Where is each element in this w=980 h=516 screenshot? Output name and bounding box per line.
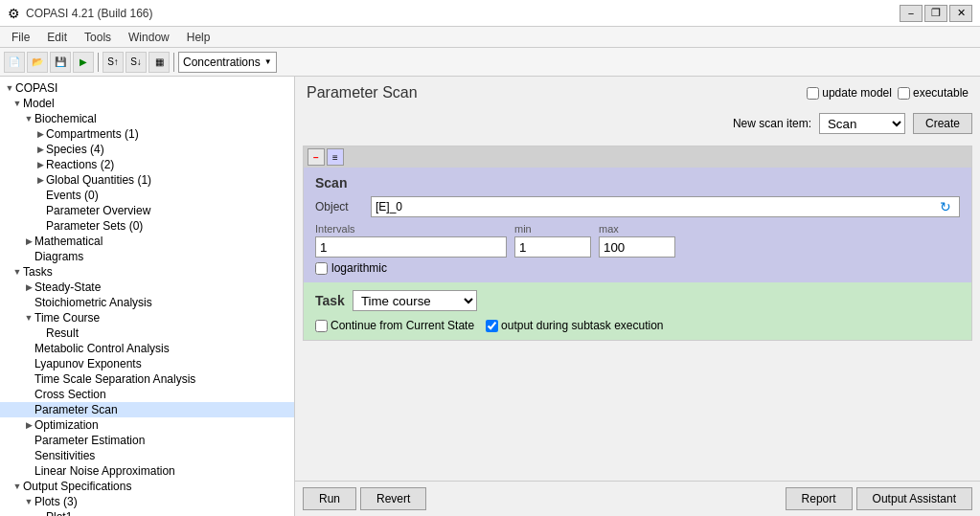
scan-remove-button[interactable]: −: [308, 148, 325, 166]
concentrations-dropdown[interactable]: Concentrations ▼: [178, 52, 277, 73]
menu-file[interactable]: File: [4, 29, 37, 46]
output-during-subtask-checkbox[interactable]: [486, 320, 498, 332]
toolbar-open[interactable]: 📂: [27, 52, 48, 73]
sidebar-item-label: Time Course: [34, 311, 290, 325]
toolbar-s1[interactable]: S↑: [103, 52, 124, 73]
sidebar-item-reactions[interactable]: ▶ Reactions (2): [0, 157, 294, 172]
app-icon: ⚙: [8, 6, 20, 21]
menu-window[interactable]: Window: [121, 29, 177, 46]
menu-bar: File Edit Tools Window Help: [0, 27, 980, 48]
sidebar-item-parameter-sets[interactable]: Parameter Sets (0): [0, 218, 294, 234]
menu-tools[interactable]: Tools: [77, 29, 119, 46]
chevron-down-icon: ▼: [23, 497, 34, 506]
scan-add-button[interactable]: ≡: [327, 148, 344, 166]
max-input[interactable]: [599, 236, 675, 258]
sidebar-item-biochemical[interactable]: ▼ Biochemical: [0, 111, 294, 126]
update-model-checkbox[interactable]: [807, 87, 819, 100]
sidebar-item-time-course[interactable]: ▼ Time Course: [0, 310, 294, 325]
report-button[interactable]: Report: [786, 487, 853, 510]
toolbar-new[interactable]: 📄: [4, 52, 25, 73]
title-bar-left: ⚙ COPASI 4.21 (Build 166): [8, 6, 153, 21]
toolbar-save[interactable]: 💾: [50, 52, 71, 73]
intervals-label: Intervals: [315, 223, 507, 235]
restore-button[interactable]: ❐: [924, 5, 947, 22]
menu-help[interactable]: Help: [179, 29, 218, 46]
sidebar-item-label: Compartments (1): [46, 127, 290, 141]
scan-section-title: Scan: [315, 175, 960, 191]
toolbar-sep2: [173, 53, 174, 72]
chevron-right-icon: ▶: [34, 175, 46, 185]
chevron-right-icon: ▶: [34, 145, 46, 154]
create-button[interactable]: Create: [913, 113, 972, 134]
sidebar-item-label: Output Specifications: [23, 480, 290, 493]
concentrations-label: Concentrations: [183, 56, 261, 69]
sidebar-item-model[interactable]: ▼ Model: [0, 96, 294, 111]
sidebar-item-events[interactable]: Events (0): [0, 188, 294, 203]
object-field[interactable]: [E]_0 ↻: [371, 196, 960, 217]
bottom-bar: Run Revert Report Output Assistant: [295, 481, 980, 516]
chevron-down-icon: ▼: [11, 267, 23, 277]
revert-button[interactable]: Revert: [360, 487, 426, 510]
sidebar-item-label: Plot1: [46, 510, 290, 516]
minimize-button[interactable]: −: [900, 5, 923, 22]
sidebar-item-label: Sensitivities: [34, 449, 290, 462]
chevron-down-icon: ▼: [264, 57, 272, 66]
min-field-group: min: [514, 223, 591, 258]
sidebar-item-plots[interactable]: ▼ Plots (3): [0, 494, 294, 509]
toolbar-run[interactable]: ▶: [73, 52, 94, 73]
intervals-input[interactable]: [315, 236, 507, 258]
task-select[interactable]: Time course Steady State MCA Lyapunov Ex…: [353, 290, 477, 311]
sidebar-item-sensitivities[interactable]: Sensitivities: [0, 448, 294, 463]
sidebar-item-label: Plots (3): [34, 495, 290, 508]
output-during-subtask-label[interactable]: output during subtask execution: [486, 319, 663, 332]
sidebar-item-parameter-overview[interactable]: Parameter Overview: [0, 203, 294, 218]
task-section: Task Time course Steady State MCA Lyapun…: [304, 282, 971, 340]
sidebar-item-diagrams[interactable]: Diagrams: [0, 249, 294, 264]
close-button[interactable]: ✕: [949, 5, 972, 22]
sidebar-item-cross-section[interactable]: Cross Section: [0, 387, 294, 402]
output-assistant-button[interactable]: Output Assistant: [856, 487, 972, 510]
sidebar-item-linear-noise[interactable]: Linear Noise Approximation: [0, 463, 294, 479]
sidebar-item-result[interactable]: Result: [0, 325, 294, 341]
sidebar-item-copasi[interactable]: ▼ COPASI: [0, 80, 294, 96]
continue-from-current-state-checkbox[interactable]: [315, 320, 328, 332]
sidebar-item-plot1[interactable]: Plot1: [0, 509, 294, 516]
sidebar-item-compartments[interactable]: ▶ Compartments (1): [0, 126, 294, 142]
run-button[interactable]: Run: [303, 487, 356, 510]
toolbar-grid[interactable]: ▦: [148, 52, 170, 73]
logarithmic-checkbox[interactable]: [315, 262, 328, 275]
sidebar-item-lyapunov[interactable]: Lyapunov Exponents: [0, 356, 294, 371]
sidebar-item-parameter-scan[interactable]: Parameter Scan: [0, 402, 294, 417]
sidebar-item-label: Stoichiometric Analysis: [34, 296, 290, 309]
sidebar-item-tasks[interactable]: ▼ Tasks: [0, 264, 294, 280]
sidebar-item-steady-state[interactable]: ▶ Steady-State: [0, 280, 294, 295]
menu-edit[interactable]: Edit: [39, 29, 75, 46]
panel-controls: update model executable: [807, 86, 969, 100]
sidebar-item-parameter-estimation[interactable]: Parameter Estimation: [0, 433, 294, 448]
refresh-icon[interactable]: ↻: [936, 197, 955, 216]
sidebar-item-metabolic-control[interactable]: Metabolic Control Analysis: [0, 341, 294, 356]
min-input[interactable]: [514, 236, 591, 258]
sidebar-item-mathematical[interactable]: ▶ Mathematical: [0, 234, 294, 249]
chevron-right-icon: ▶: [34, 160, 46, 169]
sidebar-item-label: Optimization: [34, 418, 290, 432]
sidebar-item-label: Lyapunov Exponents: [34, 357, 290, 370]
sidebar-item-species[interactable]: ▶ Species (4): [0, 142, 294, 157]
max-field-group: max: [599, 223, 675, 258]
toolbar-s2[interactable]: S↓: [125, 52, 147, 73]
sidebar-item-optimization[interactable]: ▶ Optimization: [0, 417, 294, 433]
executable-checkbox-label[interactable]: executable: [898, 86, 969, 100]
sidebar-item-global-quantities[interactable]: ▶ Global Quantities (1): [0, 172, 294, 188]
sidebar-item-time-scale-sep[interactable]: Time Scale Separation Analysis: [0, 371, 294, 387]
sidebar-item-stoichiometric[interactable]: Stoichiometric Analysis: [0, 295, 294, 310]
new-scan-select[interactable]: Scan Random Repeat: [819, 113, 905, 134]
sidebar: ▼ COPASI ▼ Model ▼ Biochemical ▶ Compart…: [0, 77, 295, 516]
task-options: Continue from Current State output durin…: [315, 319, 960, 332]
sidebar-item-output-specs[interactable]: ▼ Output Specifications: [0, 479, 294, 494]
chevron-right-icon: ▶: [23, 282, 34, 292]
scan-toolbar: − ≡: [304, 146, 971, 168]
executable-checkbox[interactable]: [898, 87, 910, 100]
update-model-checkbox-label[interactable]: update model: [807, 86, 892, 100]
continue-from-current-state-label[interactable]: Continue from Current State: [315, 319, 474, 332]
scan-container: − ≡ Scan Object [E]_0 ↻ Inte: [303, 146, 972, 341]
